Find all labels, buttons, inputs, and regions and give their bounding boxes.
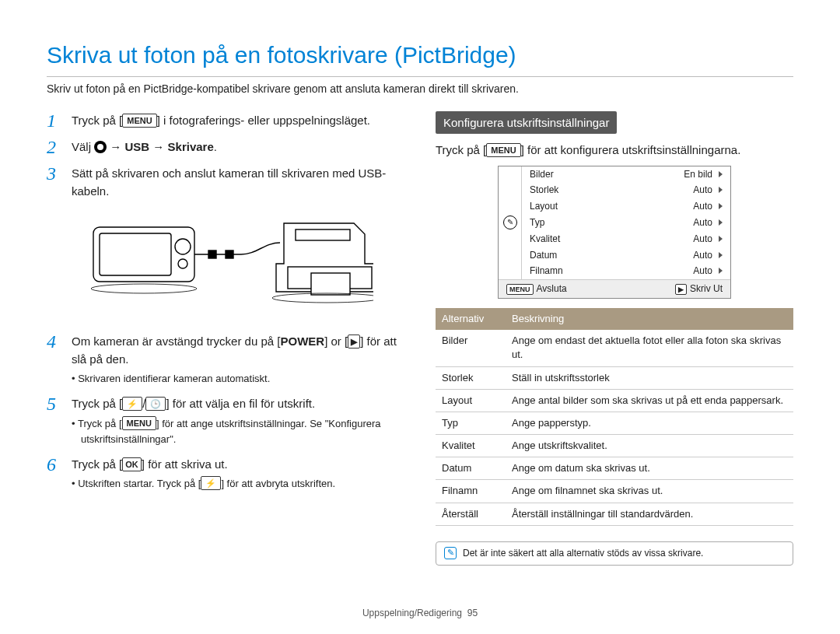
table-row: BilderAnge om endast det aktuella fotot … [436, 330, 793, 366]
table-header: Alternativ [436, 308, 506, 330]
text: Om kameran är avstängd trycker du på [ [72, 335, 280, 348]
info-icon: ✎ [444, 547, 457, 559]
chevron-right-icon [719, 236, 723, 242]
screen-row: TypAuto [522, 215, 730, 231]
text: USB [125, 140, 150, 153]
footer-section: Uppspelning/Redigering [362, 608, 462, 618]
text: Tryck på [ [72, 114, 122, 127]
menu-key: MENU [122, 416, 156, 430]
screen-rows: BilderEn bild StorlekAuto LayoutAuto Typ… [522, 166, 730, 280]
text: Tryck på [ [72, 457, 122, 471]
gear-icon [94, 141, 107, 153]
screen-row: LayoutAuto [522, 198, 730, 215]
play-icon: ▶ [348, 335, 360, 349]
step-3: 3 Sätt på skrivaren och anslut kameran t… [47, 164, 404, 201]
power-key: POWER [280, 335, 324, 348]
camera-printer-illustration [47, 208, 404, 313]
table-row: LayoutAnge antal bilder som ska skrivas … [436, 389, 793, 412]
text: ] för att välja en fil för utskrift. [166, 397, 315, 410]
screen-row: DatumAuto [522, 247, 730, 264]
menu-key: MENU [122, 114, 156, 128]
note-text: Det är inte säkert att alla alternativ s… [463, 547, 703, 560]
text: ] för att skriva ut. [142, 457, 228, 471]
timer-icon: 🕒 [145, 397, 166, 411]
svg-point-4 [91, 284, 197, 293]
intro-text: Skriv ut foton på en PictBridge-kompatib… [47, 82, 793, 97]
substep: Skrivaren identifierar kameran automatis… [72, 371, 404, 387]
settings-heading: Konfigurera utskriftsinställningar [436, 111, 617, 134]
page-footer: Uppspelning/Redigering 95 [0, 607, 840, 620]
print-icon: ✎ [503, 215, 517, 229]
footer-page: 95 [467, 608, 478, 618]
substep: Utskriften startar. Tryck på [⚡] för att… [72, 476, 335, 492]
step-4: 4 Om kameran är avstängd trycker du på [… [47, 332, 404, 387]
page-title: Skriva ut foton på en fotoskrivare (Pict… [47, 39, 793, 77]
table-header: Beskrivning [506, 308, 793, 330]
screen-row: KvalitetAuto [522, 231, 730, 247]
screen-row: FilnamnAuto [522, 263, 730, 279]
camera-screen: ✎ BilderEn bild StorlekAuto LayoutAuto T… [498, 166, 731, 299]
chevron-right-icon [719, 268, 723, 274]
table-row: StorlekStäll in utskriftsstorlek [436, 366, 793, 389]
chevron-right-icon [719, 219, 723, 226]
arrow-icon: → [107, 140, 124, 153]
settings-text: Tryck på [MENU] för att konfigurera utsk… [436, 142, 793, 158]
text: Tryck på [ [72, 397, 122, 410]
substep: Tryck på [MENU] för att ange utskriftsin… [72, 416, 404, 447]
table-row: TypAnge papperstyp. [436, 412, 793, 434]
text: ] or [ [324, 335, 348, 348]
step-6: 6 Tryck på [OK] för att skriva ut. Utskr… [47, 455, 404, 492]
svg-rect-7 [226, 250, 233, 258]
text: Utskriften startar. Tryck på [ [78, 478, 201, 489]
chevron-right-icon [719, 187, 723, 193]
arrow-icon: → [149, 140, 167, 153]
text: Tryck på [ [436, 143, 486, 156]
screen-footer-left: Avsluta [537, 282, 567, 296]
options-table: Alternativ Beskrivning BilderAnge om end… [436, 308, 793, 526]
table-row: DatumAnge om datum ska skrivas ut. [436, 457, 793, 480]
text: ] för att avbryta utskriften. [221, 478, 335, 489]
svg-rect-10 [311, 273, 350, 295]
left-column: 1 Tryck på [MENU] i fotograferings- elle… [47, 111, 404, 566]
text: . [214, 140, 217, 153]
svg-point-2 [175, 239, 191, 254]
table-row: ÅterställÅterställ inställningar till st… [436, 503, 793, 525]
svg-rect-6 [208, 250, 216, 258]
text: Sätt på skrivaren och anslut kameran til… [72, 164, 404, 201]
chevron-right-icon [719, 171, 723, 177]
chevron-right-icon [719, 252, 723, 258]
table-row: FilnamnAnge om filnamnet ska skrivas ut. [436, 480, 793, 503]
play-key-icon: ▶ [675, 284, 687, 295]
menu-key-icon: MENU [506, 284, 534, 295]
svg-point-3 [178, 259, 187, 268]
flash-icon: ⚡ [122, 397, 142, 411]
screen-footer-right: Skriv Ut [690, 282, 723, 296]
step-2: 2 Välj → USB → Skrivare. [47, 138, 404, 156]
note-box: ✎ Det är inte säkert att alla alternativ… [436, 541, 793, 566]
svg-rect-8 [296, 229, 350, 240]
step-5: 5 Tryck på [⚡/🕒] för att välja en fil fö… [47, 394, 404, 447]
flash-icon: ⚡ [201, 476, 221, 490]
text: Välj [72, 140, 94, 153]
screen-row: StorlekAuto [522, 182, 730, 198]
text: Skrivare [168, 140, 214, 153]
text: ] i fotograferings- eller uppspelningslä… [157, 114, 370, 127]
ok-key: OK [122, 457, 142, 471]
chevron-right-icon [719, 203, 723, 209]
right-column: Konfigurera utskriftsinställningar Tryck… [436, 111, 793, 566]
svg-rect-1 [100, 233, 171, 275]
table-row: KvalitetAnge utskriftskvalitet. [436, 435, 793, 457]
screen-row: BilderEn bild [522, 166, 730, 183]
menu-key: MENU [486, 143, 520, 157]
step-1: 1 Tryck på [MENU] i fotograferings- elle… [47, 111, 404, 130]
text: ] för att konfigurera utskriftsinställni… [521, 143, 741, 156]
text: Tryck på [ [78, 418, 122, 429]
